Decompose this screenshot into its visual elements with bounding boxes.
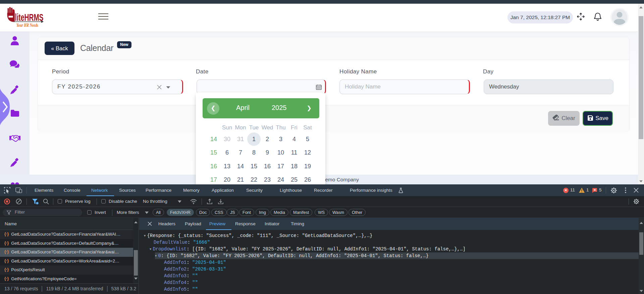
svg-text:liteHRMS: liteHRMS (15, 12, 44, 23)
svg-text:Your HR Needs: Your HR Needs (16, 22, 38, 28)
